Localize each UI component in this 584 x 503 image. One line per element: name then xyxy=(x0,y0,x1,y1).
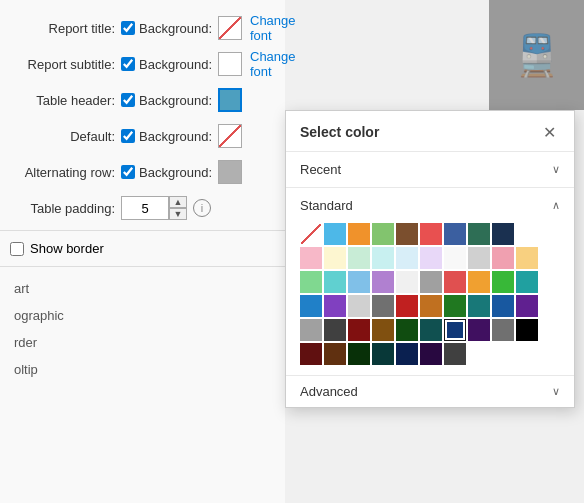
color-cell-56[interactable] xyxy=(444,343,466,365)
color-cell-21[interactable] xyxy=(324,271,346,293)
color-cell-16[interactable] xyxy=(444,247,466,269)
colors-grid xyxy=(300,223,560,369)
alternating-row-checkbox-wrap xyxy=(121,165,135,179)
color-cell-7[interactable] xyxy=(468,223,490,245)
sidebar-item-border[interactable]: rder xyxy=(10,329,275,356)
color-cell-27[interactable] xyxy=(468,271,490,293)
color-cell-15[interactable] xyxy=(420,247,442,269)
picker-recent-section: Recent ∨ xyxy=(286,152,574,187)
color-cell-19[interactable] xyxy=(516,247,538,269)
table-padding-input[interactable]: 5 xyxy=(121,196,169,220)
color-cell-54[interactable] xyxy=(396,343,418,365)
color-cell-14[interactable] xyxy=(396,247,418,269)
color-cell-6[interactable] xyxy=(444,223,466,245)
color-cell-5[interactable] xyxy=(420,223,442,245)
report-title-change-font[interactable]: Change font xyxy=(250,13,296,43)
color-cell-13[interactable] xyxy=(372,247,394,269)
report-title-checkbox[interactable] xyxy=(121,21,135,35)
picker-recent-label: Recent xyxy=(300,162,341,177)
color-cell-11[interactable] xyxy=(324,247,346,269)
picker-recent-arrow: ∨ xyxy=(552,163,560,176)
color-cell-26[interactable] xyxy=(444,271,466,293)
sidebar-item-tooltip[interactable]: oltip xyxy=(10,356,275,383)
sidebar-item-art[interactable]: art xyxy=(10,275,275,302)
show-border-row: Show border xyxy=(0,235,285,262)
info-icon[interactable]: i xyxy=(193,199,211,217)
color-cell-30[interactable] xyxy=(300,295,322,317)
picker-title: Select color xyxy=(300,124,379,140)
table-header-color-box[interactable] xyxy=(218,88,242,112)
picker-close-button[interactable]: ✕ xyxy=(538,121,560,143)
table-header-row: Table header: Background: xyxy=(0,82,285,118)
color-cell-51[interactable] xyxy=(324,343,346,365)
color-cell-18[interactable] xyxy=(492,247,514,269)
show-border-checkbox[interactable] xyxy=(10,242,24,256)
color-cell-3[interactable] xyxy=(372,223,394,245)
color-cell-35[interactable] xyxy=(420,295,442,317)
color-cell-55[interactable] xyxy=(420,343,442,365)
color-cell-20[interactable] xyxy=(300,271,322,293)
color-cell-40[interactable] xyxy=(300,319,322,341)
color-cell-33[interactable] xyxy=(372,295,394,317)
report-title-checkbox-wrap xyxy=(121,21,135,35)
color-cell-8[interactable] xyxy=(492,223,514,245)
default-checkbox[interactable] xyxy=(121,129,135,143)
table-padding-down[interactable]: ▼ xyxy=(169,208,187,220)
color-cell-36[interactable] xyxy=(444,295,466,317)
default-checkbox-wrap xyxy=(121,129,135,143)
color-cell-10[interactable] xyxy=(300,247,322,269)
sidebar-items: art ographic rder oltip xyxy=(0,275,285,383)
sidebar-item-geographic[interactable]: ographic xyxy=(10,302,275,329)
alternating-row-row: Alternating row: Background: xyxy=(0,154,285,190)
color-cell-4[interactable] xyxy=(396,223,418,245)
picker-standard-header[interactable]: Standard ∧ xyxy=(300,194,560,217)
report-title-color-box[interactable] xyxy=(218,16,242,40)
report-title-label: Report title: xyxy=(10,21,115,36)
color-cell-23[interactable] xyxy=(372,271,394,293)
color-cell-38[interactable] xyxy=(492,295,514,317)
report-subtitle-color-box[interactable] xyxy=(218,52,242,76)
color-cell-39[interactable] xyxy=(516,295,538,317)
color-cell-41[interactable] xyxy=(324,319,346,341)
color-cell-2[interactable] xyxy=(348,223,370,245)
color-cell-52[interactable] xyxy=(348,343,370,365)
alternating-row-checkbox[interactable] xyxy=(121,165,135,179)
color-cell-17[interactable] xyxy=(468,247,490,269)
color-cell-24[interactable] xyxy=(396,271,418,293)
picker-recent-header[interactable]: Recent ∨ xyxy=(300,158,560,181)
color-cell-42[interactable] xyxy=(348,319,370,341)
color-cell-28[interactable] xyxy=(492,271,514,293)
picker-standard-arrow: ∧ xyxy=(552,199,560,212)
color-cell-12[interactable] xyxy=(348,247,370,269)
color-cell-48[interactable] xyxy=(492,319,514,341)
report-subtitle-checkbox[interactable] xyxy=(121,57,135,71)
separator-2 xyxy=(0,266,285,267)
color-cell-53[interactable] xyxy=(372,343,394,365)
color-cell-32[interactable] xyxy=(348,295,370,317)
color-cell-29[interactable] xyxy=(516,271,538,293)
color-cell-22[interactable] xyxy=(348,271,370,293)
color-cell-44[interactable] xyxy=(396,319,418,341)
color-cell-45[interactable] xyxy=(420,319,442,341)
color-cell-49[interactable] xyxy=(516,319,538,341)
table-header-bg-label: Background: xyxy=(139,93,212,108)
picker-advanced-section[interactable]: Advanced ∨ xyxy=(286,375,574,407)
picker-advanced-arrow: ∨ xyxy=(552,385,560,398)
color-cell-1[interactable] xyxy=(324,223,346,245)
color-cell-47[interactable] xyxy=(468,319,490,341)
color-cell-9[interactable] xyxy=(516,223,538,245)
alternating-row-color-box[interactable] xyxy=(218,160,242,184)
report-subtitle-change-font[interactable]: Change font xyxy=(250,49,296,79)
color-cell-34[interactable] xyxy=(396,295,418,317)
table-padding-up[interactable]: ▲ xyxy=(169,196,187,208)
default-color-box[interactable] xyxy=(218,124,242,148)
color-cell-46[interactable] xyxy=(444,319,466,341)
color-cell-43[interactable] xyxy=(372,319,394,341)
picker-advanced-label: Advanced xyxy=(300,384,358,399)
color-cell-37[interactable] xyxy=(468,295,490,317)
color-cell-0[interactable] xyxy=(300,223,322,245)
color-cell-50[interactable] xyxy=(300,343,322,365)
table-header-checkbox[interactable] xyxy=(121,93,135,107)
color-cell-25[interactable] xyxy=(420,271,442,293)
color-cell-31[interactable] xyxy=(324,295,346,317)
